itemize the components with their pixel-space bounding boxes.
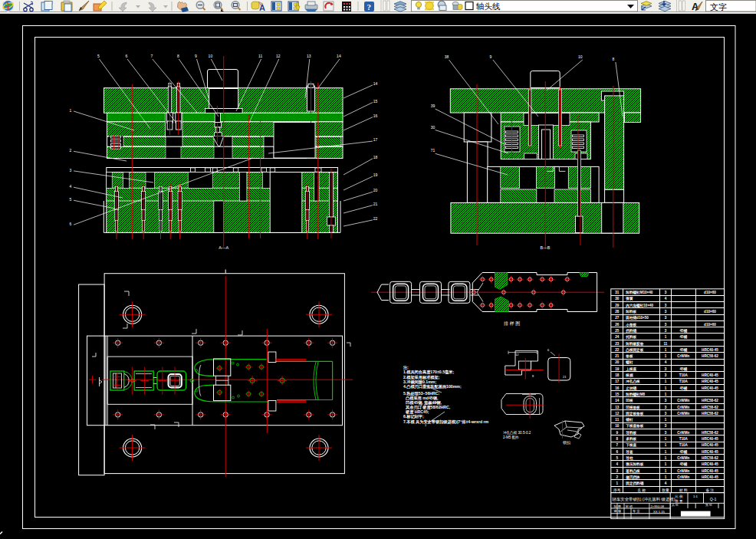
svg-text:25: 25 xyxy=(615,329,620,333)
svg-text:4: 4 xyxy=(665,481,667,485)
svg-text:T10A: T10A xyxy=(679,380,689,383)
svg-text:3: 3 xyxy=(665,310,667,314)
svg-text:45钢: 45钢 xyxy=(679,462,687,467)
svg-text:27: 27 xyxy=(615,316,620,320)
svg-text:9: 9 xyxy=(490,54,492,59)
svg-text:CrWMn: CrWMn xyxy=(677,475,689,479)
svg-text:45钢: 45钢 xyxy=(679,347,687,353)
svg-text:21: 21 xyxy=(373,202,378,206)
svg-text:HRC58-62: HRC58-62 xyxy=(702,456,718,460)
svg-text:导套: 导套 xyxy=(626,449,633,455)
svg-text:d10×60: d10×60 xyxy=(704,310,716,314)
svg-text:注:: 注: xyxy=(403,365,409,370)
svg-text:下模座垫板: 下模座垫板 xyxy=(626,423,643,429)
svg-text:轿车安全带锁扣 (冲孔落料 级进模): 轿车安全带锁扣 (冲孔落料 级进模) xyxy=(613,497,675,502)
svg-text:1: 1 xyxy=(665,354,667,358)
svg-text:备 注: 备 注 xyxy=(705,488,714,493)
svg-text:3: 3 xyxy=(665,431,667,435)
svg-text:HRC40-45: HRC40-45 xyxy=(702,386,718,390)
svg-text:1: 1 xyxy=(665,475,667,479)
svg-text:圆柱销d10×50: 圆柱销d10×50 xyxy=(626,315,649,320)
svg-text:T10A: T10A xyxy=(679,437,689,441)
svg-text:3: 3 xyxy=(665,399,667,403)
svg-text:宋 明: 宋 明 xyxy=(626,504,633,508)
svg-text:T10A: T10A xyxy=(679,443,689,447)
svg-text:4: 4 xyxy=(70,184,72,189)
svg-text:4: 4 xyxy=(616,462,619,466)
svg-text:24: 24 xyxy=(615,335,620,339)
svg-text:?: ? xyxy=(367,2,372,12)
svg-text:HRC40-45: HRC40-45 xyxy=(702,450,718,454)
svg-text:凹模: 凹模 xyxy=(626,398,633,403)
svg-text:HRC40-45: HRC40-45 xyxy=(702,380,718,383)
svg-text:固定板垫板: 固定板垫板 xyxy=(626,411,643,416)
svg-text:11: 11 xyxy=(258,54,262,58)
svg-text:12: 12 xyxy=(615,412,620,416)
svg-text:1: 1 xyxy=(665,335,667,339)
svg-text:14: 14 xyxy=(373,81,378,86)
svg-text:1:1: 1:1 xyxy=(693,495,698,498)
svg-text:8: 8 xyxy=(613,57,615,61)
svg-text:HRC58-62: HRC58-62 xyxy=(702,431,718,435)
svg-text:侧刃挡块: 侧刃挡块 xyxy=(625,475,640,480)
svg-text:5: 5 xyxy=(616,456,619,460)
svg-text:CrWMn: CrWMn xyxy=(677,456,689,460)
svg-text:15: 15 xyxy=(373,99,378,104)
svg-text:31: 31 xyxy=(615,291,620,294)
svg-text:30: 30 xyxy=(431,125,436,130)
svg-text:10: 10 xyxy=(209,54,213,58)
svg-text:冲孔凸模 30.5-0.2: 冲孔凸模 30.5-0.2 xyxy=(503,430,531,435)
svg-text:5: 5 xyxy=(97,54,100,58)
svg-text:45钢: 45钢 xyxy=(679,366,687,372)
svg-text:CrWMn: CrWMn xyxy=(677,469,689,473)
svg-text:21: 21 xyxy=(615,354,620,358)
svg-text:排 样 图: 排 样 图 xyxy=(504,321,520,327)
svg-text:3: 3 xyxy=(665,316,667,320)
svg-text:17: 17 xyxy=(615,380,620,383)
svg-text:30: 30 xyxy=(615,297,620,301)
svg-text:卸料板: 卸料板 xyxy=(625,310,636,314)
svg-text:1: 1 xyxy=(665,386,667,390)
svg-text:12: 12 xyxy=(515,353,519,357)
svg-text:A—A: A—A xyxy=(219,245,228,250)
svg-text:3: 3 xyxy=(70,168,72,173)
svg-text:45钢: 45钢 xyxy=(679,334,687,340)
svg-text:21: 21 xyxy=(563,375,567,379)
svg-text:弹簧: 弹簧 xyxy=(625,296,633,301)
svg-text:HRC58-62: HRC58-62 xyxy=(702,406,718,409)
svg-text:冲孔凸模: 冲孔凸模 xyxy=(626,379,640,384)
svg-text:B—B: B—B xyxy=(541,245,551,250)
svg-text:轴头线: 轴头线 xyxy=(475,2,501,11)
svg-text:3: 3 xyxy=(616,469,619,473)
svg-text:CrWMn: CrWMn xyxy=(677,406,689,409)
svg-text:13: 13 xyxy=(615,406,620,409)
svg-text:14: 14 xyxy=(615,399,620,403)
svg-text:23: 23 xyxy=(615,342,620,346)
svg-text:20: 20 xyxy=(615,360,620,364)
svg-text:7: 7 xyxy=(616,443,619,447)
svg-text:19: 19 xyxy=(373,173,378,177)
svg-text:凹模垫板: 凹模垫板 xyxy=(626,405,640,410)
svg-text:22: 22 xyxy=(615,348,620,352)
svg-text:序号: 序号 xyxy=(613,488,621,492)
svg-text:挡料销: 挡料销 xyxy=(625,328,636,334)
svg-text:3: 3 xyxy=(665,406,667,409)
svg-text:共 张: 共 张 xyxy=(672,503,679,507)
svg-text:3: 3 xyxy=(665,367,667,371)
svg-text:2: 2 xyxy=(70,148,72,153)
svg-text:CrWMn: CrWMn xyxy=(677,354,689,358)
svg-text:1: 1 xyxy=(665,393,667,396)
svg-text:文字: 文字 xyxy=(710,2,727,12)
svg-text:19: 19 xyxy=(615,367,620,371)
svg-text:内六角螺钉10×40: 内六角螺钉10×40 xyxy=(626,303,653,308)
svg-text:上模座: 上模座 xyxy=(625,366,636,371)
svg-text:HRC58-62: HRC58-62 xyxy=(702,412,718,416)
svg-text:18: 18 xyxy=(615,373,620,377)
svg-text:7: 7 xyxy=(150,54,153,58)
svg-text:9: 9 xyxy=(195,54,197,58)
svg-text:3: 3 xyxy=(665,373,667,377)
svg-text:HRC40-45: HRC40-45 xyxy=(702,469,718,473)
svg-text:1: 1 xyxy=(665,450,667,454)
svg-text:1: 1 xyxy=(665,418,667,422)
svg-text:2: 2 xyxy=(616,475,619,479)
